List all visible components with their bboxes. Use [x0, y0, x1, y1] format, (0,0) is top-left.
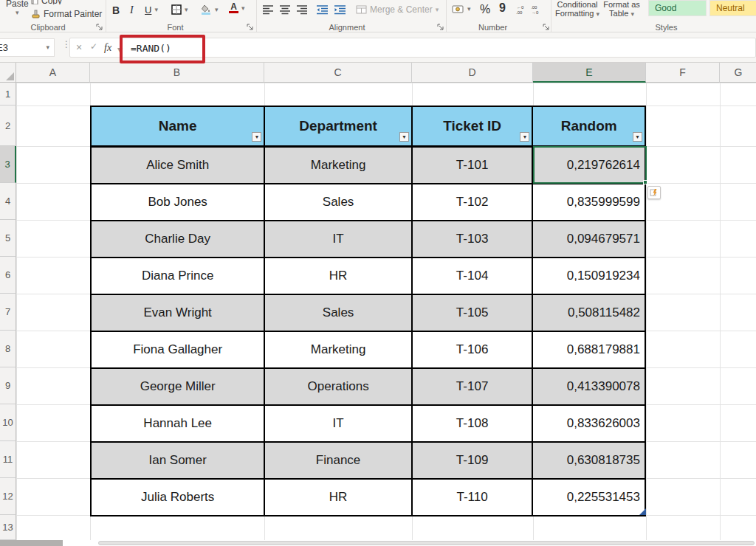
format-painter-button[interactable]: Format Painter [31, 9, 102, 19]
horizontal-scrollbar-thumb[interactable] [98, 541, 755, 545]
row-header-9[interactable]: 9 [0, 367, 16, 404]
table-header-cell-ticket-id[interactable]: Ticket ID▼ [413, 107, 534, 148]
filter-dropdown-icon[interactable]: ▼ [520, 132, 529, 142]
table-cell[interactable]: Charlie Day [92, 221, 265, 258]
table-cell[interactable]: Evan Wright [92, 295, 265, 332]
table-cell[interactable]: Sales [265, 184, 412, 221]
table-cell[interactable]: 0,413390078 [533, 369, 646, 406]
filter-dropdown-icon[interactable]: ▼ [399, 132, 409, 142]
row-header-6[interactable]: 6 [0, 257, 16, 294]
conditional-formatting-button[interactable]: Conditional Formatting ▾ [554, 0, 600, 18]
table-cell[interactable]: IT [265, 406, 412, 443]
table-cell[interactable]: Marketing [265, 332, 412, 369]
table-cell[interactable]: T-105 [413, 295, 534, 332]
borders-button[interactable]: ▾ [171, 4, 188, 15]
cell-style-neutral[interactable]: Neutral [709, 0, 756, 16]
copy-button[interactable]: Copy [31, 0, 62, 4]
table-cell[interactable]: T-102 [413, 184, 534, 221]
table-cell[interactable]: T-106 [413, 332, 534, 369]
cancel-icon[interactable]: × [76, 41, 82, 53]
number-dialog-launcher-icon[interactable] [543, 24, 550, 31]
table-cell[interactable]: Marketing [265, 148, 412, 184]
italic-button[interactable]: I [130, 4, 134, 16]
table-cell[interactable]: T-107 [413, 369, 534, 406]
table-cell[interactable]: Diana Prince [92, 258, 265, 295]
table-cell[interactable]: 0,630818735 [533, 443, 646, 480]
underline-button[interactable]: U ▾ [145, 4, 158, 15]
decrease-indent-icon[interactable] [316, 5, 329, 15]
smart-tag-button[interactable] [647, 186, 661, 199]
format-as-table-button[interactable]: Format as Table ▾ [602, 0, 641, 18]
font-dialog-launcher-icon[interactable] [247, 24, 254, 31]
table-header-cell-random[interactable]: Random▼ [533, 107, 646, 148]
font-color-button[interactable]: A ▾ [229, 3, 245, 13]
percent-style-button[interactable]: % [480, 3, 490, 16]
row-header-10[interactable]: 10 [0, 404, 16, 441]
table-cell[interactable]: IT [265, 221, 412, 258]
table-cell[interactable]: T-101 [413, 148, 534, 184]
row-header-13[interactable]: 13 [0, 515, 16, 540]
accounting-format-button[interactable]: ▾ [452, 4, 471, 14]
table-cell[interactable]: 0,150919234 [533, 258, 646, 295]
decrease-decimal-icon[interactable]: .00→0 [530, 4, 542, 15]
row-header-3[interactable]: 3 [0, 146, 16, 183]
table-cell[interactable]: Finance [265, 443, 412, 480]
table-resize-handle[interactable] [639, 508, 646, 515]
bold-button[interactable]: B [112, 4, 120, 16]
increase-decimal-icon[interactable]: ←0.00 [515, 4, 527, 15]
table-cell[interactable]: 0,219762614 [533, 148, 646, 184]
table-cell[interactable]: Julia Roberts [92, 480, 265, 516]
align-left-icon[interactable] [262, 5, 274, 15]
table-cell[interactable]: Alice Smith [92, 148, 265, 184]
row-header-7[interactable]: 7 [0, 294, 16, 331]
table-cell[interactable]: T-108 [413, 406, 534, 443]
filter-dropdown-icon[interactable]: ▼ [252, 132, 261, 142]
table-cell[interactable]: Hannah Lee [92, 406, 265, 443]
table-cell[interactable]: HR [265, 258, 412, 295]
align-center-icon[interactable] [279, 5, 291, 15]
table-cell[interactable]: HR [265, 480, 412, 516]
enter-icon[interactable]: ✓ [90, 41, 97, 52]
insert-function-icon[interactable]: fx [104, 42, 111, 54]
clipboard-dialog-launcher-icon[interactable] [96, 24, 103, 31]
table-cell[interactable]: 0,094679571 [533, 221, 646, 258]
row-header-11[interactable]: 11 [0, 441, 16, 478]
alignment-dialog-launcher-icon[interactable] [437, 24, 444, 31]
table-header-cell-name[interactable]: Name▼ [92, 107, 265, 148]
table-cell[interactable]: T-104 [413, 258, 534, 295]
table-cell[interactable]: Operations [265, 369, 412, 406]
row-header-8[interactable]: 8 [0, 331, 16, 367]
table-cell[interactable]: Ian Somer [92, 443, 265, 480]
column-header-E[interactable]: E [533, 63, 646, 83]
column-header-D[interactable]: D [412, 63, 533, 83]
filter-dropdown-icon[interactable]: ▼ [633, 132, 642, 142]
merge-center-button[interactable]: Merge & Center ▾ [356, 4, 439, 15]
table-cell[interactable]: 0,835999599 [533, 184, 646, 221]
column-header-C[interactable]: C [264, 63, 412, 83]
row-header-4[interactable]: 4 [0, 183, 16, 220]
select-all-corner[interactable] [0, 63, 16, 83]
table-cell[interactable]: 0,508115482 [533, 295, 646, 332]
comma-style-button[interactable]: 9 [499, 1, 506, 15]
paste-button[interactable]: Paste ▾ [6, 0, 29, 16]
table-cell[interactable]: 0,688179881 [533, 332, 646, 369]
table-header-cell-department[interactable]: Department▼ [265, 107, 412, 148]
fill-color-button[interactable]: ▾ [201, 4, 219, 15]
table-cell[interactable]: 0,833626003 [533, 406, 646, 443]
table-cell[interactable]: Fiona Gallagher [92, 332, 265, 369]
align-right-icon[interactable] [296, 5, 308, 15]
name-box[interactable]: E3 ▾ [0, 38, 55, 57]
table-cell[interactable]: T-103 [413, 221, 534, 258]
column-header-B[interactable]: B [90, 63, 264, 83]
cell-style-good[interactable]: Good [648, 0, 707, 16]
table-cell[interactable]: Bob Jones [92, 184, 265, 221]
row-header-2[interactable]: 2 [0, 106, 16, 146]
table-cell[interactable]: George Miller [92, 369, 265, 406]
table-cell[interactable]: Sales [265, 295, 412, 332]
row-header-5[interactable]: 5 [0, 220, 16, 257]
column-header-A[interactable]: A [16, 63, 90, 83]
row-header-12[interactable]: 12 [0, 478, 16, 515]
increase-indent-icon[interactable] [334, 5, 346, 15]
column-header-F[interactable]: F [646, 63, 720, 83]
table-cell[interactable]: T-110 [413, 480, 534, 516]
